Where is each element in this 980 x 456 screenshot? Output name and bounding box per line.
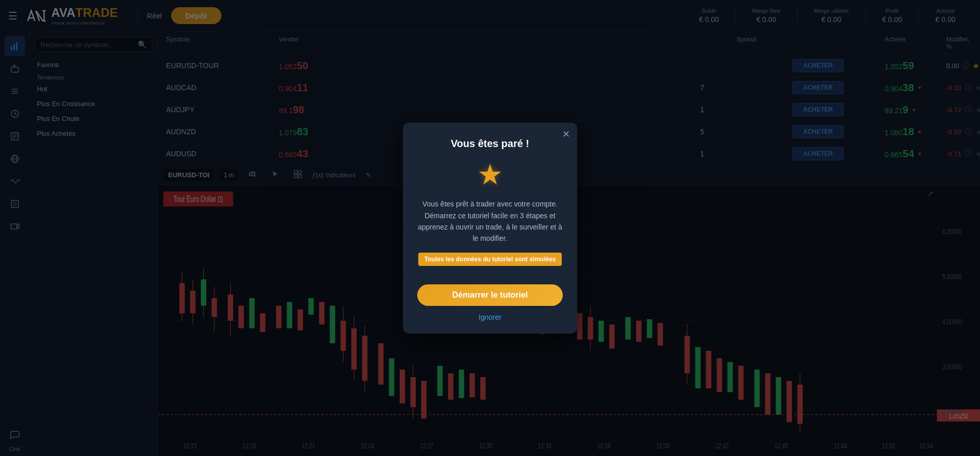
modal-close-button[interactable]: ✕ [562, 130, 570, 139]
modal-notice-text: Toutes les données du tutoriel sont simu… [418, 253, 562, 266]
modal-title: Vous êtes paré ! [417, 138, 563, 150]
modal-notice-wrapper: Toutes les données du tutoriel sont simu… [417, 253, 563, 275]
start-tutorial-button[interactable]: Démarrer le tutoriel [417, 284, 563, 306]
tutorial-modal: ✕ Vous êtes paré ! ★ Vous êtes prêt à tr… [403, 122, 577, 334]
modal-star-icon: ★ [417, 158, 563, 191]
modal-body-text: Vous êtes prêt à trader avec votre compt… [417, 198, 563, 244]
modal-overlay: ✕ Vous êtes paré ! ★ Vous êtes prêt à tr… [0, 0, 980, 456]
ignore-link[interactable]: Ignorer [417, 313, 563, 321]
